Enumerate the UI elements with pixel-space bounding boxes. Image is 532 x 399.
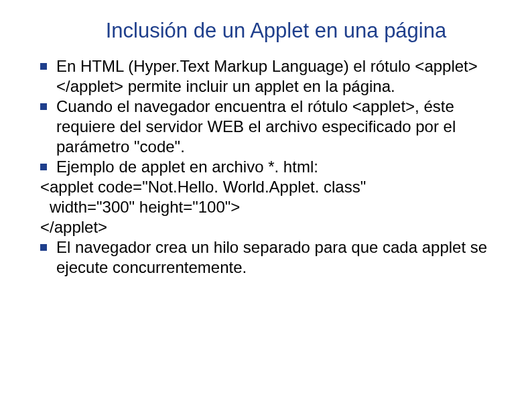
code-line: width="300" height="100"> [40, 197, 492, 217]
list-item: En HTML (Hyper.Text Markup Language) el … [40, 56, 492, 97]
list-item-text: El navegador crea un hilo separado para … [56, 237, 492, 278]
bullet-icon [40, 63, 47, 70]
slide-title: Inclusión de un Applet en una página [40, 19, 492, 43]
list-item: Ejemplo de applet en archivo *. html: [40, 157, 492, 177]
bullet-icon [40, 244, 47, 251]
slide-content: En HTML (Hyper.Text Markup Language) el … [40, 56, 492, 278]
list-item-text: En HTML (Hyper.Text Markup Language) el … [56, 56, 492, 97]
slide: Inclusión de un Applet en una página En … [0, 0, 532, 304]
list-item: Cuando el navegador encuentra el rótulo … [40, 97, 492, 157]
code-line: <applet code="Not.Hello. World.Applet. c… [40, 177, 492, 197]
list-item-text: Cuando el navegador encuentra el rótulo … [56, 97, 492, 157]
code-line: </applet> [40, 217, 492, 237]
list-item-text: Ejemplo de applet en archivo *. html: [56, 157, 492, 177]
bullet-icon [40, 164, 47, 170]
bullet-icon [40, 103, 47, 110]
code-text: width="300" height="100"> [50, 198, 240, 216]
code-text: <applet code="Not.Hello. World.Applet. c… [40, 178, 366, 196]
list-item: El navegador crea un hilo separado para … [40, 237, 492, 278]
code-text: </applet> [40, 218, 107, 236]
